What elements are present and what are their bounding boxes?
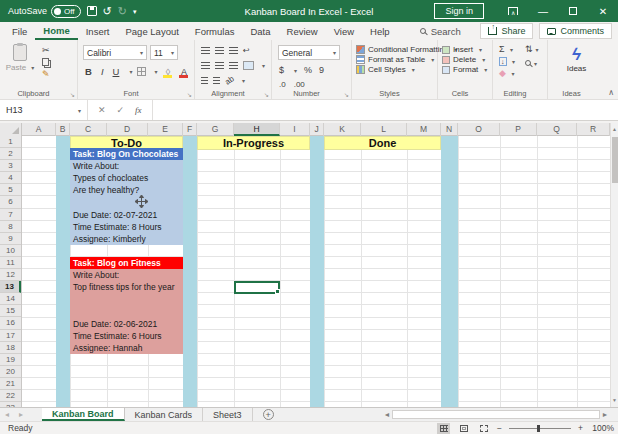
column-header-o[interactable]: O bbox=[458, 123, 500, 136]
selected-cell-h13[interactable] bbox=[234, 281, 280, 294]
align-middle-button[interactable] bbox=[215, 47, 224, 54]
minimize-button[interactable]: — bbox=[528, 0, 558, 22]
paste-dropdown-icon[interactable]: ▾ bbox=[31, 65, 34, 71]
ribbon-display-options-icon[interactable] bbox=[498, 0, 528, 22]
kanban-card-chocolates[interactable]: Task: Blog On Chocolates Write About: Ty… bbox=[70, 148, 183, 245]
tab-file[interactable]: File bbox=[4, 24, 35, 39]
zoom-out-button[interactable]: − bbox=[497, 423, 502, 433]
align-top-button[interactable] bbox=[201, 47, 210, 54]
merge-dropdown-icon[interactable]: ▾ bbox=[262, 62, 265, 69]
column-header-i[interactable]: I bbox=[280, 123, 310, 136]
vertical-scrollbar[interactable]: ▲ ▼ bbox=[610, 123, 618, 407]
sheet-tab-kanban-cards[interactable]: Kanban Cards bbox=[125, 408, 204, 421]
bold-button[interactable]: B bbox=[83, 66, 94, 77]
row-header[interactable]: 11 bbox=[0, 257, 21, 269]
comma-style-button[interactable]: 9 bbox=[319, 65, 324, 75]
tab-page-layout[interactable]: Page Layout bbox=[117, 24, 186, 39]
zoom-in-button[interactable]: + bbox=[578, 423, 583, 433]
orientation-dropdown-icon[interactable]: ▾ bbox=[242, 77, 245, 84]
zoom-slider[interactable] bbox=[509, 428, 571, 429]
row-header[interactable]: 16 bbox=[0, 317, 21, 329]
row-header[interactable]: 12 bbox=[0, 269, 21, 281]
decrease-indent-button[interactable] bbox=[201, 77, 208, 84]
number-format-select[interactable]: General▾ bbox=[278, 45, 340, 60]
font-name-select[interactable]: Calibri▾ bbox=[83, 45, 147, 60]
column-header-j[interactable]: J bbox=[310, 123, 324, 136]
enter-icon[interactable]: ✓ bbox=[117, 105, 125, 115]
borders-dropdown-icon[interactable]: ▾ bbox=[154, 68, 157, 75]
paste-button[interactable]: Paste ▾ bbox=[4, 44, 36, 72]
cut-button[interactable]: ✂ bbox=[42, 45, 50, 55]
column-header-r[interactable]: R bbox=[577, 123, 610, 136]
tab-help[interactable]: Help bbox=[362, 24, 398, 39]
accounting-format-button[interactable]: $ bbox=[279, 65, 284, 75]
column-header-h[interactable]: H bbox=[234, 123, 280, 136]
row-header[interactable]: 14 bbox=[0, 293, 21, 305]
column-header-k[interactable]: K bbox=[324, 123, 361, 136]
column-header-b[interactable]: B bbox=[56, 123, 70, 136]
merge-center-button[interactable] bbox=[243, 61, 254, 70]
row-header[interactable]: 18 bbox=[0, 342, 21, 354]
underline-button[interactable]: U bbox=[111, 66, 122, 77]
hscroll-right-icon[interactable]: ► bbox=[600, 411, 610, 418]
decrease-decimal-button[interactable]: .00 bbox=[294, 80, 305, 89]
tab-data[interactable]: Data bbox=[242, 24, 278, 39]
row-header[interactable]: 22 bbox=[0, 390, 21, 402]
kanban-card-fitness[interactable]: Task: Blog on Fitness Write About: Top f… bbox=[70, 257, 183, 354]
clipboard-launcher-icon[interactable]: ↘ bbox=[70, 91, 75, 98]
clear-button[interactable]: ◆ ▾ bbox=[499, 68, 515, 78]
number-launcher-icon[interactable]: ↘ bbox=[344, 91, 349, 98]
formula-input[interactable] bbox=[153, 100, 618, 120]
row-header[interactable]: 8 bbox=[0, 221, 21, 233]
column-header-a[interactable]: A bbox=[22, 123, 56, 136]
insert-function-icon[interactable]: fx bbox=[135, 105, 142, 115]
column-header-d[interactable]: D bbox=[107, 123, 148, 136]
column-header-p[interactable]: P bbox=[500, 123, 537, 136]
worksheet-grid[interactable]: To-Do In-Progress Done Task: Blog On Cho… bbox=[0, 123, 618, 407]
horizontal-scrollbar[interactable]: ◄ ► bbox=[382, 408, 610, 420]
align-left-button[interactable] bbox=[201, 62, 210, 69]
select-all-corner[interactable] bbox=[0, 123, 22, 136]
underline-dropdown-icon[interactable]: ▾ bbox=[129, 68, 132, 75]
tab-review[interactable]: Review bbox=[279, 24, 326, 39]
row-header[interactable]: 9 bbox=[0, 233, 21, 245]
row-header[interactable]: 10 bbox=[0, 245, 21, 257]
delete-cells-button[interactable]: Delete▾ bbox=[442, 55, 487, 64]
sheet-nav-right-icon[interactable]: ▸ bbox=[14, 408, 28, 421]
search-box[interactable]: Search bbox=[420, 26, 461, 37]
format-painter-button[interactable]: ✎ bbox=[42, 69, 50, 79]
row-header[interactable]: 7 bbox=[0, 209, 21, 221]
format-cells-button[interactable]: Format▾ bbox=[442, 65, 487, 74]
autosave-toggle[interactable]: AutoSave Off bbox=[8, 5, 81, 18]
row-headers[interactable]: 1234567891011121314151617181920212223 bbox=[0, 136, 22, 407]
tab-formulas[interactable]: Formulas bbox=[187, 24, 243, 39]
insert-cells-button[interactable]: Insert▾ bbox=[442, 45, 487, 54]
increase-indent-button[interactable] bbox=[213, 77, 220, 84]
sheet-tab-kanban-board[interactable]: Kanban Board bbox=[42, 408, 125, 421]
share-button[interactable]: Share bbox=[480, 23, 533, 39]
sign-in-button[interactable]: Sign in bbox=[434, 3, 484, 19]
column-header-f[interactable]: F bbox=[183, 123, 197, 136]
fill-color-button[interactable]: ◊ bbox=[162, 67, 173, 77]
column-header-l[interactable]: L bbox=[361, 123, 407, 136]
row-header[interactable]: 3 bbox=[0, 160, 21, 172]
sheet-tab-sheet3[interactable]: Sheet3 bbox=[203, 408, 253, 421]
page-break-view-button[interactable] bbox=[477, 423, 490, 434]
align-right-button[interactable] bbox=[229, 62, 238, 69]
ideas-button[interactable]: ϟ Ideas bbox=[548, 46, 605, 73]
zoom-level[interactable]: 100% bbox=[590, 423, 614, 433]
row-header[interactable]: 15 bbox=[0, 305, 21, 317]
row-header[interactable]: 2 bbox=[0, 148, 21, 160]
percent-style-button[interactable]: % bbox=[304, 65, 312, 75]
increase-decimal-button[interactable]: .0 bbox=[279, 80, 286, 89]
column-header-e[interactable]: E bbox=[148, 123, 183, 136]
row-header[interactable]: 20 bbox=[0, 366, 21, 378]
row-header[interactable]: 21 bbox=[0, 378, 21, 390]
normal-view-button[interactable] bbox=[437, 423, 450, 434]
autosum-button[interactable]: Σ ▾ bbox=[499, 44, 515, 54]
name-box[interactable]: H13 ▾ bbox=[0, 100, 88, 120]
zoom-slider-thumb[interactable] bbox=[537, 425, 540, 432]
tab-home[interactable]: Home bbox=[35, 23, 77, 40]
sort-filter-button[interactable]: ⇅▾ bbox=[525, 44, 539, 54]
font-size-select[interactable]: 11▾ bbox=[150, 45, 178, 60]
